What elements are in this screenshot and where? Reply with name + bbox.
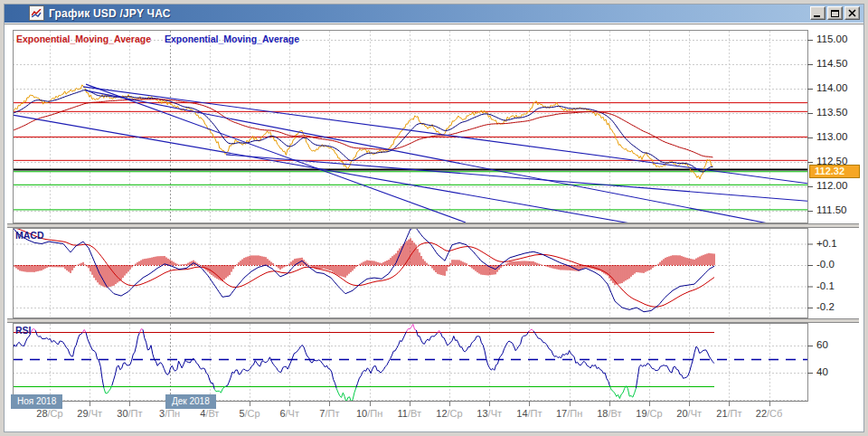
chart-window: График USD /JPY ЧАС Exponential_Moving_A… [0, 0, 868, 436]
chart-icon [29, 5, 44, 21]
gridlines [13, 31, 807, 401]
ema-slow-line [13, 100, 712, 157]
panel-splitter-macd-rsi[interactable] [7, 318, 859, 323]
macd-histogram [13, 238, 714, 288]
close-button[interactable] [844, 6, 860, 20]
price-chart-canvas[interactable] [0, 0, 868, 436]
window-title: График USD /JPY ЧАС [49, 7, 808, 20]
minimize-button[interactable] [810, 6, 826, 20]
title-bar[interactable]: График USD /JPY ЧАС [4, 4, 864, 23]
panel-splitter-main-macd[interactable] [7, 223, 859, 228]
maximize-button[interactable] [827, 6, 843, 20]
rsi-line [13, 324, 714, 403]
price-series [13, 85, 712, 179]
